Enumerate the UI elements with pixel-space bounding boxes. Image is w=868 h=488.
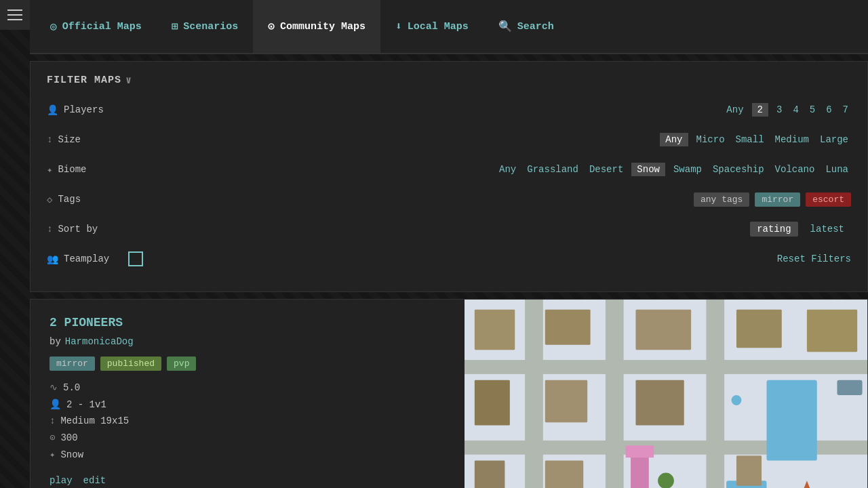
scenarios-icon: ⊞ xyxy=(172,20,178,33)
filter-label-sortby: ↕ Sort by xyxy=(47,224,128,235)
map-players-icon: 👤 xyxy=(50,399,61,410)
rating-icon: ∿ xyxy=(50,382,58,393)
players-3-btn[interactable]: 3 xyxy=(774,103,785,117)
svg-rect-3 xyxy=(706,300,724,488)
filter-label-tags: ◇ Tags xyxy=(47,194,128,205)
filter-row-tags: ◇ Tags any tags mirror escort xyxy=(47,188,851,210)
svg-point-42 xyxy=(732,395,742,405)
map-actions: play edit xyxy=(50,475,446,486)
map-author-link[interactable]: HarmonicaDog xyxy=(65,336,134,347)
sortby-icon: ↕ xyxy=(47,224,52,235)
biome-grassland-btn[interactable]: Grassland xyxy=(524,163,581,176)
nav-scenarios[interactable]: ⊞ Scenarios xyxy=(157,0,254,53)
nav-local-maps-label: Local Maps xyxy=(408,21,469,33)
tag-any-btn[interactable]: any tags xyxy=(694,192,749,207)
svg-rect-13 xyxy=(545,380,587,422)
map-coins-icon: ⊙ xyxy=(50,432,55,443)
tags-icon: ◇ xyxy=(47,194,52,205)
filter-options-teamplay: Reset Filters xyxy=(128,251,851,266)
map-stat-rating: ∿ 5.0 xyxy=(50,382,446,393)
map-stat-biome: ✦ Snow xyxy=(50,449,446,460)
filter-label-biome: ✦ Biome xyxy=(47,164,128,176)
players-4-btn[interactable]: 4 xyxy=(790,103,801,117)
map-image xyxy=(465,300,867,488)
size-micro-btn[interactable]: Micro xyxy=(694,133,728,146)
biome-luna-btn[interactable]: Luna xyxy=(823,163,851,176)
biome-any-btn[interactable]: Any xyxy=(496,163,519,176)
svg-rect-15 xyxy=(635,380,684,426)
biome-desert-btn[interactable]: Desert xyxy=(587,163,626,176)
reset-filters-btn[interactable]: Reset Filters xyxy=(777,253,851,264)
nav-official-maps[interactable]: ◎ Official Maps xyxy=(35,0,157,53)
map-card: 2 PIONEERS by HarmonicaDog mirror publis… xyxy=(30,299,868,488)
local-maps-icon: ⬇ xyxy=(395,20,402,33)
svg-rect-35 xyxy=(475,461,505,488)
filter-title: FILTER MAPS ∨ xyxy=(47,74,851,87)
tag-escort-btn[interactable]: escort xyxy=(806,192,851,207)
filter-options-tags: any tags mirror escort xyxy=(128,192,851,207)
menu-button[interactable] xyxy=(0,0,30,30)
map-title: 2 PIONEERS xyxy=(50,316,446,329)
players-5-btn[interactable]: 5 xyxy=(807,103,818,117)
size-medium-btn[interactable]: Medium xyxy=(772,133,812,146)
filter-label-size: ↕ Size xyxy=(47,134,128,145)
map-tag-mirror[interactable]: mirror xyxy=(50,357,95,371)
size-large-btn[interactable]: Large xyxy=(817,133,851,146)
players-2-btn[interactable]: 2 xyxy=(752,103,768,117)
search-icon: 🔍 xyxy=(498,20,512,33)
nav-community-maps-label: Community Maps xyxy=(280,21,366,33)
nav-search[interactable]: 🔍 Search xyxy=(484,0,569,53)
community-maps-icon: ⊙ xyxy=(268,20,275,33)
teamplay-checkbox[interactable] xyxy=(128,251,143,266)
map-stat-coins: ⊙ 300 xyxy=(50,432,446,443)
map-tag-published[interactable]: published xyxy=(100,357,161,371)
biome-swamp-btn[interactable]: Swamp xyxy=(671,163,705,176)
nav-local-maps[interactable]: ⬇ Local Maps xyxy=(380,0,484,53)
nav-community-maps[interactable]: ⊙ Community Maps xyxy=(253,0,380,53)
nav-search-label: Search xyxy=(517,21,554,33)
filter-options-players: Any 2 3 4 5 6 7 xyxy=(128,103,851,117)
nav-bar: ◎ Official Maps ⊞ Scenarios ⊙ Community … xyxy=(30,0,868,54)
map-play-btn[interactable]: play xyxy=(50,475,73,486)
filter-options-sortby: rating latest xyxy=(128,222,851,237)
sortby-rating-btn[interactable]: rating xyxy=(750,222,797,237)
menu-icon-line2 xyxy=(7,14,22,16)
players-6-btn[interactable]: 6 xyxy=(823,103,834,117)
map-edit-btn[interactable]: edit xyxy=(83,475,106,486)
size-icon: ↕ xyxy=(47,134,52,145)
main-content: ◎ Official Maps ⊞ Scenarios ⊙ Community … xyxy=(30,0,868,488)
nav-scenarios-label: Scenarios xyxy=(183,21,238,33)
filter-options-biome: Any Grassland Desert Snow Swamp Spaceshi… xyxy=(128,163,851,176)
svg-rect-2 xyxy=(606,300,624,488)
map-preview xyxy=(465,300,867,488)
sortby-latest-btn[interactable]: latest xyxy=(804,222,851,237)
svg-rect-36 xyxy=(545,461,583,488)
filter-row-players: 👤 Players Any 2 3 4 5 6 7 xyxy=(47,99,851,121)
svg-rect-12 xyxy=(475,380,510,426)
filter-options-size: Any Micro Small Medium Large xyxy=(128,133,851,146)
size-any-btn[interactable]: Any xyxy=(660,133,688,146)
official-maps-icon: ◎ xyxy=(50,20,57,33)
map-tag-pvp[interactable]: pvp xyxy=(167,357,196,371)
svg-rect-16 xyxy=(736,310,782,348)
svg-rect-1 xyxy=(525,300,543,488)
biome-snow-btn[interactable]: Snow xyxy=(631,163,665,176)
tag-mirror-btn[interactable]: mirror xyxy=(755,192,800,207)
players-any-btn[interactable]: Any xyxy=(724,103,746,117)
map-size-icon: ↕ xyxy=(50,415,55,426)
filter-row-biome: ✦ Biome Any Grassland Desert Snow Swamp … xyxy=(47,159,851,180)
map-stat-players: 👤 2 - 1v1 xyxy=(50,399,446,410)
filter-panel: FILTER MAPS ∨ 👤 Players Any 2 3 4 5 6 7 … xyxy=(30,61,868,292)
filter-row-size: ↕ Size Any Micro Small Medium Large xyxy=(47,129,851,150)
biome-icon: ✦ xyxy=(47,164,52,176)
teamplay-icon: 👥 xyxy=(47,253,58,265)
svg-rect-11 xyxy=(545,310,591,345)
players-7-btn[interactable]: 7 xyxy=(840,103,851,117)
svg-rect-10 xyxy=(475,310,515,350)
biome-spaceship-btn[interactable]: Spaceship xyxy=(710,163,767,176)
map-author: by HarmonicaDog xyxy=(50,336,446,347)
svg-rect-19 xyxy=(626,445,654,458)
biome-volcano-btn[interactable]: Volcano xyxy=(772,163,818,176)
size-small-btn[interactable]: Small xyxy=(733,133,767,146)
map-info: 2 PIONEERS by HarmonicaDog mirror publis… xyxy=(31,300,465,488)
